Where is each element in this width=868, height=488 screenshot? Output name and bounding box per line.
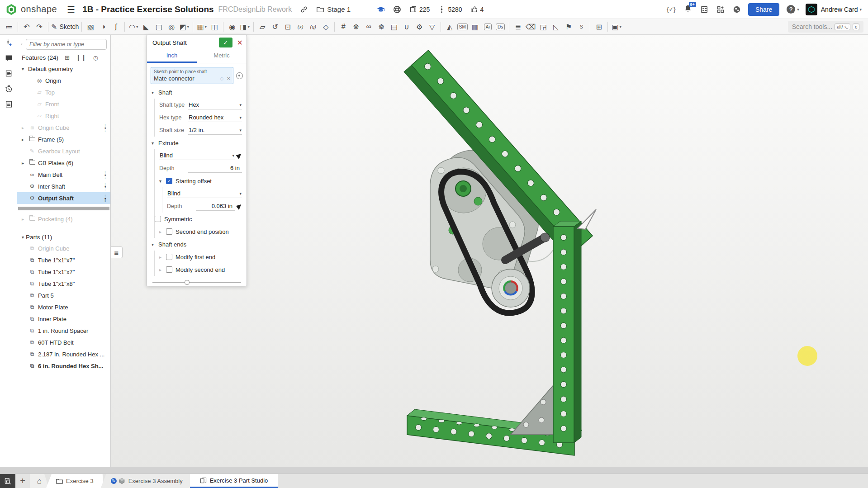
- share-button[interactable]: Share: [748, 3, 779, 16]
- add-custom-feature-icon[interactable]: ⊞: [593, 21, 605, 33]
- mirror-icon[interactable]: ◫: [209, 21, 220, 33]
- extrude-depth-input[interactable]: 6 in: [188, 164, 242, 173]
- part-row-1-in-round-spacer[interactable]: ⧉1 in. Round Spacer: [17, 325, 110, 336]
- exploded-view-icon[interactable]: ◇: [320, 21, 332, 33]
- doc-tab-exercise-3-assembly[interactable]: ↻Exercise 3 Assembly: [101, 474, 193, 488]
- feature-row-default-geometry[interactable]: ▾Default geometry: [17, 63, 110, 75]
- app-store-icon[interactable]: [716, 5, 725, 14]
- sketch-icon[interactable]: ✎Sketch: [51, 21, 79, 33]
- feature-row-origin-cube[interactable]: ▸⧈Origin Cube⋮●⋮: [17, 122, 110, 133]
- modify-first-end-checkbox[interactable]: [166, 254, 172, 260]
- feature-row-gearbox-layout[interactable]: ✎Gearbox Layout: [17, 145, 110, 157]
- comment-icon[interactable]: [0, 50, 17, 66]
- new-tab-button[interactable]: +: [15, 474, 30, 488]
- add-folder-icon[interactable]: ⊞: [65, 54, 70, 61]
- part-row-6-in-rounded-hex-sh[interactable]: ⧉6 in. Rounded Hex Sh...: [17, 360, 110, 372]
- chevron-right-icon[interactable]: ▸: [22, 217, 28, 222]
- shell-icon[interactable]: ▢: [153, 21, 165, 33]
- feature-row-origin[interactable]: ◎Origin: [17, 75, 110, 86]
- offset-depth-input[interactable]: 0.063 in: [196, 202, 235, 211]
- chevron-right-icon[interactable]: ▸: [22, 161, 28, 166]
- workspace-location[interactable]: Stage 1: [327, 5, 351, 13]
- search-tools-input[interactable]: Search tools...alt/⌥c: [788, 21, 863, 33]
- chamfer-icon[interactable]: ◣: [140, 21, 152, 33]
- feature-row-top[interactable]: ▱Top: [17, 86, 110, 98]
- chevron-down-icon[interactable]: ▾: [22, 66, 28, 71]
- feature-row-pocketing-4[interactable]: ▸Pocketing (4): [17, 213, 110, 225]
- custom-frame-icon[interactable]: #: [337, 21, 349, 33]
- sheet-metal-icon[interactable]: SM: [456, 21, 468, 33]
- bottom-pulley[interactable]: [492, 269, 530, 307]
- document-title[interactable]: 1B - Practice Exercise Solutions: [82, 5, 213, 14]
- tasks-icon[interactable]: [700, 5, 708, 14]
- plane-icon[interactable]: ▱: [256, 21, 268, 33]
- part-row-tube-1-x1-x7[interactable]: ⧉Tube 1"x1"x7": [17, 254, 110, 266]
- hole-icon[interactable]: ◎: [166, 21, 177, 33]
- tab-inch[interactable]: Inch: [147, 50, 197, 63]
- chevron-right-icon[interactable]: ▸: [159, 255, 166, 260]
- part-row-origin-cube[interactable]: ⧉Origin Cube: [17, 242, 110, 254]
- chevron-right-icon[interactable]: ▸: [22, 125, 28, 130]
- feature-list-toggle-icon[interactable]: ≔: [3, 21, 15, 33]
- dialog-resize-slider[interactable]: [152, 282, 241, 283]
- part-row-60t-htd-belt[interactable]: ⧉60T HTD Belt: [17, 336, 110, 348]
- part-row-part-5[interactable]: ⧉Part 5: [17, 289, 110, 301]
- user-caret-icon[interactable]: ▾: [859, 7, 862, 12]
- tab-search-button[interactable]: [0, 474, 15, 488]
- custom-gear-icon[interactable]: ☸: [375, 21, 387, 33]
- extrude-section-header[interactable]: ▾Extrude: [147, 137, 247, 149]
- delete-face-icon[interactable]: ⌫: [525, 21, 536, 33]
- extrude-end-type-select[interactable]: Blind▾: [159, 151, 235, 160]
- help-button[interactable]: ?: [787, 5, 795, 14]
- feature-row-output-shaft[interactable]: ⚙Output Shaft⋮●⋮: [17, 192, 110, 204]
- move-face-icon[interactable]: ◲: [537, 21, 549, 33]
- boolean-icon[interactable]: ◉: [226, 21, 238, 33]
- redo-icon[interactable]: ↷: [33, 21, 45, 33]
- help-caret-icon[interactable]: ▾: [797, 7, 799, 12]
- second-end-checkbox[interactable]: [166, 228, 172, 235]
- shaft-section-header[interactable]: ▾Shaft: [147, 86, 247, 99]
- flat-pattern-icon[interactable]: ▥: [469, 21, 481, 33]
- rollback-dots-icon[interactable]: ⋮●⋮: [104, 183, 107, 190]
- bend-icon[interactable]: S: [575, 21, 587, 33]
- hex-type-select[interactable]: Rounded hex▾: [188, 113, 242, 122]
- clear-selection-icon[interactable]: ×: [227, 75, 230, 82]
- dialog-confirm-button[interactable]: ✓: [219, 38, 232, 47]
- avatar[interactable]: [806, 4, 817, 15]
- helix-icon[interactable]: ↺: [269, 21, 281, 33]
- chevron-down-icon[interactable]: ▾: [159, 179, 166, 184]
- custom-belt-icon[interactable]: ∪: [401, 21, 413, 33]
- filter-input[interactable]: [26, 39, 107, 50]
- custom-plate-icon[interactable]: ▤: [388, 21, 400, 33]
- fillet-icon[interactable]: ◠▾: [128, 21, 139, 33]
- history-clock-icon[interactable]: ◷: [93, 54, 98, 61]
- doc-tab-exercise-3[interactable]: Exercise 3: [46, 474, 104, 488]
- symmetric-checkbox[interactable]: [155, 216, 161, 222]
- ai-icon[interactable]: Ai: [482, 21, 493, 33]
- shaft-size-select[interactable]: 1/2 in.▾: [188, 126, 242, 135]
- draft-icon[interactable]: ◩▾: [178, 21, 190, 33]
- part-row-tube-1-x1-x8[interactable]: ⧉Tube 1"x1"x8": [17, 278, 110, 289]
- lookup-table-icon[interactable]: (q): [307, 21, 319, 33]
- laser-icon[interactable]: ◭: [444, 21, 455, 33]
- slider-knob[interactable]: [185, 280, 190, 285]
- parts-chevron-icon[interactable]: ▾: [22, 235, 24, 240]
- replace-face-icon[interactable]: ◺: [550, 21, 562, 33]
- history-icon[interactable]: [0, 81, 17, 96]
- part-row-inner-plate[interactable]: ⧉Inner Plate: [17, 313, 110, 325]
- main-menu-icon[interactable]: ☰: [67, 4, 75, 15]
- vertical-tube-part[interactable]: [553, 221, 581, 443]
- link-icon[interactable]: [300, 5, 308, 14]
- sweep-icon[interactable]: ∫: [110, 21, 122, 33]
- check-flag-icon[interactable]: ⚑: [563, 21, 574, 33]
- rollback-dots-icon[interactable]: ⋮●⋮: [104, 171, 107, 178]
- part-row-motor-plate[interactable]: ⧉Motor Plate: [17, 301, 110, 313]
- modify-second-end-checkbox[interactable]: [166, 266, 172, 273]
- undo-icon[interactable]: ↶: [21, 21, 33, 33]
- drawing-standard-icon[interactable]: Ds: [494, 21, 506, 33]
- code-check-icon[interactable]: {✓}: [665, 4, 677, 15]
- gear-icon[interactable]: ⚙: [413, 21, 425, 33]
- funnel-icon[interactable]: ▽: [426, 21, 438, 33]
- output-shaft-end[interactable]: [541, 233, 550, 242]
- custom-chain-icon[interactable]: ∞: [363, 21, 375, 33]
